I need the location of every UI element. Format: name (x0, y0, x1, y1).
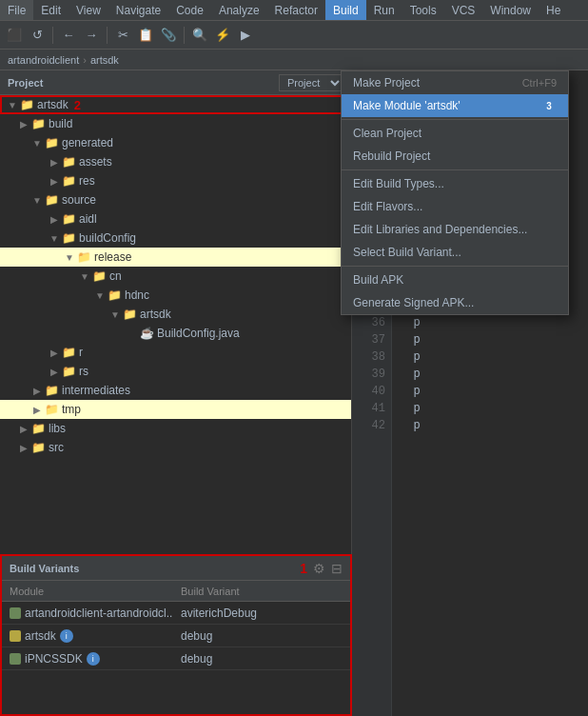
menu-view[interactable]: View (69, 0, 108, 20)
tree-node-r[interactable]: ▶ 📁 r (0, 343, 351, 362)
tree-node-aidl[interactable]: ▶ 📁 aidl (0, 209, 351, 229)
menu-make-module[interactable]: Make Module 'artsdk' 3 (342, 94, 568, 117)
tree-node-artsdk-inner[interactable]: ▼ 📁 artsdk (0, 305, 351, 324)
tree-arrow-res: ▶ (48, 174, 61, 188)
collapse-icon[interactable]: ⊟ (331, 561, 343, 576)
tree-node-libs[interactable]: ▶ 📁 libs (0, 419, 351, 438)
toolbar-btn-2[interactable]: ↺ (27, 25, 48, 46)
menu-window[interactable]: Window (482, 0, 539, 20)
tree-node-hdnc[interactable]: ▼ 📁 hdnc (0, 286, 351, 305)
gutter-39: 39 (356, 366, 385, 383)
tree-label-generated: generated (62, 136, 113, 149)
tree-node-cn[interactable]: ▼ 📁 cn (0, 267, 351, 286)
tree-node-intermediates[interactable]: ▶ 📁 intermediates (0, 381, 351, 400)
gutter-36: 36 (356, 314, 385, 331)
menu-edit[interactable]: Edit (33, 0, 69, 20)
tree-node-src[interactable]: ▶ 📁 src (0, 438, 351, 457)
menu-navigate[interactable]: Navigate (108, 0, 168, 20)
gutter-40: 40 (356, 383, 385, 400)
tree-node-res[interactable]: ▶ 📁 res (0, 171, 351, 190)
tree-label-r: r (79, 346, 83, 359)
menu-refactor[interactable]: Refactor (267, 0, 325, 20)
menu-tools[interactable]: Tools (402, 0, 444, 20)
menu-select-build-variant[interactable]: Select Build Variant... (342, 241, 568, 264)
variants-cell-module-1: artsdk i (2, 629, 173, 643)
tree-node-tmp[interactable]: ▶ 📁 tmp (0, 400, 351, 419)
tree-node-build[interactable]: ▶ 📁 build (0, 114, 351, 133)
variants-cell-variant-0[interactable]: aviterichDebug (173, 607, 350, 620)
menu-analyze[interactable]: Analyze (211, 0, 267, 20)
tree-node-release[interactable]: ▼ 📁 release (0, 248, 351, 267)
menu-help[interactable]: He (539, 0, 568, 20)
variants-row-0[interactable]: artandroidclient-artandroidcl... i avite… (2, 602, 350, 625)
menu-build-apk[interactable]: Build APK (342, 268, 568, 291)
tree-node-buildconfig[interactable]: ▼ 📁 buildConfig (0, 229, 351, 248)
col-module-header: Module (2, 586, 173, 597)
code-line-37: p (400, 331, 580, 348)
toolbar-btn-paste[interactable]: 📎 (158, 25, 179, 46)
variants-row-2[interactable]: iPNCSSDK i debug (2, 647, 350, 670)
tree-label-buildconfig-java: BuildConfig.java (157, 327, 240, 340)
menu-run[interactable]: Run (366, 0, 402, 20)
folder-icon-release: 📁 (76, 249, 91, 265)
folder-icon-assets: 📁 (61, 154, 76, 169)
menu-edit-flavors[interactable]: Edit Flavors... (342, 195, 568, 218)
tree-node-assets[interactable]: ▶ 📁 assets (0, 152, 351, 171)
build-variants-panel: Build Variants 1 ⚙ ⊟ Module Build Varian… (0, 554, 352, 716)
menu-code[interactable]: Code (168, 0, 211, 20)
toolbar-btn-5[interactable]: ⚡ (212, 25, 233, 46)
toolbar-sep-2 (107, 27, 108, 44)
tree-arrow-root: ▼ (6, 98, 19, 111)
variants-cell-variant-1[interactable]: debug (173, 629, 350, 643)
info-icon-2[interactable]: i (87, 652, 100, 666)
toolbar-btn-copy[interactable]: 📋 (135, 25, 156, 46)
code-line-41: p (400, 400, 580, 417)
toolbar-btn-forward[interactable]: → (81, 25, 102, 46)
tree-arrow-aidl: ▶ (48, 212, 61, 226)
menu-rebuild-project[interactable]: Rebuild Project (342, 145, 568, 168)
toolbar-btn-6[interactable]: ▶ (235, 25, 256, 46)
menu-edit-build-types[interactable]: Edit Build Types... (342, 172, 568, 195)
info-icon-1[interactable]: i (60, 629, 73, 643)
tree-label-release: release (94, 250, 131, 264)
settings-icon[interactable]: ⚙ (313, 561, 325, 576)
toolbar-btn-back[interactable]: ← (58, 25, 79, 46)
menu-vcs[interactable]: VCS (444, 0, 483, 20)
menu-generate-signed-apk[interactable]: Generate Signed APK... (342, 291, 568, 314)
code-line-40: p (400, 383, 580, 400)
tree-label-src: src (49, 441, 64, 454)
menu-sep-2 (342, 169, 568, 170)
breadcrumb-artandroidclient[interactable]: artandroidclient (8, 54, 79, 66)
variants-cell-module-0: artandroidclient-artandroidcl... i (2, 607, 173, 620)
tree-node-artsdk-root[interactable]: ▼ 📁 artsdk 2 (0, 95, 351, 114)
menu-build[interactable]: Build (325, 0, 366, 20)
tree-label-hdnc: hdnc (125, 288, 149, 302)
menu-file[interactable]: File (0, 0, 33, 20)
toolbar-btn-1[interactable]: ⬛ (4, 25, 25, 46)
tree-node-source[interactable]: ▼ 📁 source (0, 190, 351, 209)
tree-arrow-src: ▶ (17, 441, 30, 454)
module-icon-1 (10, 630, 21, 642)
breadcrumb-artsdk[interactable]: artsdk (90, 54, 119, 66)
tree-node-rs[interactable]: ▶ 📁 rs (0, 362, 351, 381)
tree-arrow-intermediates: ▶ (30, 384, 44, 397)
menu-build-apk-label: Build APK (353, 273, 557, 287)
menu-make-project[interactable]: Make Project Ctrl+F9 (342, 71, 568, 94)
variants-table: Module Build Variant artandroidclient-ar… (2, 581, 350, 714)
variants-cell-variant-2[interactable]: debug (173, 652, 350, 666)
variants-row-1[interactable]: artsdk i debug (2, 625, 350, 647)
panel-view-select[interactable]: Project Android (279, 74, 343, 91)
menu-clean-project[interactable]: Clean Project (342, 122, 568, 145)
menu-edit-libraries[interactable]: Edit Libraries and Dependencies... (342, 218, 568, 241)
tree-node-buildconfig-java[interactable]: ☕ BuildConfig.java (0, 324, 351, 343)
folder-icon-root: 📁 (19, 97, 34, 112)
tree-label-rs: rs (79, 365, 88, 378)
gutter-41: 41 (356, 400, 385, 417)
toolbar-btn-cut[interactable]: ✂ (112, 25, 133, 46)
tree-node-generated[interactable]: ▼ 📁 generated (0, 133, 351, 152)
tree-label-assets: assets (79, 155, 112, 169)
breadcrumb: artandroidclient › artsdk (0, 50, 588, 70)
tree-arrow-release: ▼ (63, 250, 76, 264)
tree-label-cn: cn (109, 269, 122, 283)
toolbar-btn-search[interactable]: 🔍 (189, 25, 210, 46)
